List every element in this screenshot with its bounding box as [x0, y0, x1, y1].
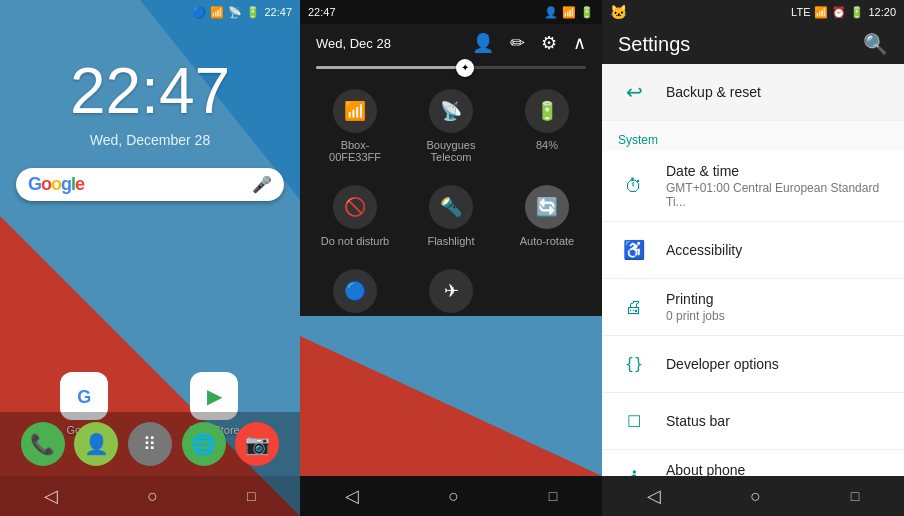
wifi-tile-icon: 📶 [333, 89, 377, 133]
dnd-tile-icon: 🚫 [333, 185, 377, 229]
brightness-fill [316, 66, 465, 69]
google-search-bar[interactable]: Google 🎤 [16, 168, 284, 201]
notif-home-button[interactable]: ○ [448, 486, 459, 507]
home-button[interactable]: ○ [147, 486, 158, 507]
settings-item-about-phone[interactable]: ℹ About phone Android 7.1.1 [602, 450, 904, 476]
battery-tile-icon: 🔋 [525, 89, 569, 133]
brightness-track: ✦ [316, 66, 586, 69]
settings-item-status-bar[interactable]: ☐ Status bar [602, 393, 904, 450]
autorotate-tile-icon: 🔄 [525, 185, 569, 229]
browser-icon: 🌐 [191, 432, 216, 456]
date-time-icon: ⏱ [618, 170, 650, 202]
notif-user-icon: 👤 [544, 6, 558, 19]
backup-reset-text: Backup & reset [666, 84, 888, 100]
recents-button[interactable]: □ [247, 488, 255, 504]
home-screen: 🔵 📶 📡 🔋 22:47 22:47 Wed, December 28 Goo… [0, 0, 300, 516]
flashlight-tile-icon: 🔦 [429, 185, 473, 229]
phone-dock-icon[interactable]: 📞 [21, 422, 65, 466]
notif-settings-icon[interactable]: ⚙ [541, 32, 557, 54]
status-bar-icon: ☐ [618, 405, 650, 437]
notif-status-icons: 👤 📶 🔋 [544, 6, 594, 19]
battery-icon: 🔋 [246, 6, 260, 19]
settings-item-date-time[interactable]: ⏱ Date & time GMT+01:00 Central European… [602, 151, 904, 222]
backup-reset-icon: ↩ [618, 76, 650, 108]
settings-time: 12:20 [868, 6, 896, 18]
notif-signal-icon: 📶 [562, 6, 576, 19]
brightness-slider[interactable]: ✦ [316, 66, 586, 69]
settings-toolbar: Settings 🔍 [602, 24, 904, 64]
settings-recents-button[interactable]: □ [851, 488, 859, 504]
google-icon: G [77, 383, 91, 409]
settings-home-button[interactable]: ○ [750, 486, 761, 507]
settings-item-backup-reset[interactable]: ↩ Backup & reset [602, 64, 904, 121]
printing-title: Printing [666, 291, 888, 307]
notif-recents-button[interactable]: □ [549, 488, 557, 504]
autorotate-tile[interactable]: 🔄 Auto-rotate [500, 173, 594, 255]
system-section-header: System [602, 121, 904, 151]
printing-text: Printing 0 print jobs [666, 291, 888, 323]
home-clock: 22:47 [264, 6, 292, 18]
notif-user-switch-icon[interactable]: 👤 [472, 32, 494, 54]
phone-icon: 📞 [30, 432, 55, 456]
camera-dock-icon[interactable]: 📷 [235, 422, 279, 466]
wifi-tile-label: Bbox-00FE33FF [316, 139, 394, 163]
date-time-title: Date & time [666, 163, 888, 179]
network-tile[interactable]: 📡 Bouygues Telecom [404, 77, 498, 171]
home-dock: 📞 👤 ⠿ 🌐 📷 [0, 412, 300, 476]
google-logo: Google [28, 174, 84, 195]
home-date-display: Wed, December 28 [0, 132, 300, 148]
home-status-icons: 🔵 📶 📡 🔋 22:47 [192, 6, 292, 19]
settings-title: Settings [618, 33, 863, 56]
developer-options-title: Developer options [666, 356, 888, 372]
play-store-icon: ▶ [207, 384, 222, 408]
status-bar-title: Status bar [666, 413, 888, 429]
apps-dock-icon[interactable]: ⠿ [128, 422, 172, 466]
settings-nav-bar: ◁ ○ □ [602, 476, 904, 516]
settings-search-button[interactable]: 🔍 [863, 32, 888, 56]
quick-tiles-grid: 📶 Bbox-00FE33FF 📡 Bouygues Telecom 🔋 84%… [300, 77, 602, 339]
brightness-icon: ✦ [461, 62, 469, 73]
notif-header-date: Wed, Dec 28 [316, 36, 391, 51]
notif-header-controls: 👤 ✏ ⚙ ∧ [472, 32, 586, 54]
brightness-thumb[interactable]: ✦ [456, 59, 474, 77]
contacts-dock-icon[interactable]: 👤 [74, 422, 118, 466]
camera-icon: 📷 [245, 432, 270, 456]
flashlight-tile-label: Flashlight [427, 235, 474, 247]
cat-icon: 🐱 [610, 4, 627, 20]
settings-item-developer[interactable]: {} Developer options [602, 336, 904, 393]
browser-dock-icon[interactable]: 🌐 [182, 422, 226, 466]
notif-back-button[interactable]: ◁ [345, 485, 359, 507]
contacts-icon: 👤 [84, 432, 109, 456]
wifi-tile[interactable]: 📶 Bbox-00FE33FF [308, 77, 402, 171]
about-phone-title: About phone [666, 462, 888, 476]
back-button[interactable]: ◁ [44, 485, 58, 507]
dnd-tile[interactable]: 🚫 Do not disturb [308, 173, 402, 255]
flashlight-tile[interactable]: 🔦 Flashlight [404, 173, 498, 255]
about-phone-icon: ℹ [618, 462, 650, 476]
notif-wall-red-triangle [300, 336, 602, 476]
notif-status-bar: 22:47 👤 📶 🔋 [300, 0, 602, 24]
accessibility-title: Accessibility [666, 242, 888, 258]
settings-panel: 🐱 LTE 📶 ⏰ 🔋 12:20 Settings 🔍 ↩ Backup & … [602, 0, 904, 516]
network-tile-icon: 📡 [429, 89, 473, 133]
settings-item-accessibility[interactable]: ♿ Accessibility [602, 222, 904, 279]
notif-collapse-icon[interactable]: ∧ [573, 32, 586, 54]
printing-subtitle: 0 print jobs [666, 309, 888, 323]
signal-icon: 📶 [814, 6, 828, 19]
notif-wall-bg [300, 316, 602, 476]
lte-icon: LTE [791, 6, 810, 18]
backup-reset-title: Backup & reset [666, 84, 888, 100]
battery-tile-label: 84% [536, 139, 558, 151]
airplane-tile-icon: ✈ [429, 269, 473, 313]
settings-back-button[interactable]: ◁ [647, 485, 661, 507]
voice-search-icon[interactable]: 🎤 [252, 175, 272, 194]
battery-tile[interactable]: 🔋 84% [500, 77, 594, 171]
notif-wallpaper-preview [300, 316, 602, 476]
notif-edit-icon[interactable]: ✏ [510, 32, 525, 54]
battery-icon: 🔋 [850, 6, 864, 19]
notification-shade: 22:47 👤 📶 🔋 Wed, Dec 28 👤 ✏ ⚙ ∧ ✦ 📶 Bbox… [300, 0, 602, 516]
settings-item-printing[interactable]: 🖨 Printing 0 print jobs [602, 279, 904, 336]
alarm-icon: ⏰ [832, 6, 846, 19]
notif-nav-bar: ◁ ○ □ [300, 476, 602, 516]
about-phone-text: About phone Android 7.1.1 [666, 462, 888, 476]
